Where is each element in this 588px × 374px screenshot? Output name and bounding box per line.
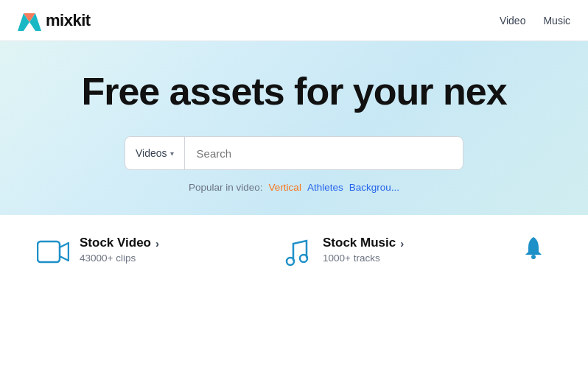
hero-section: Free assets for your nex Videos ▾ Popula… bbox=[0, 41, 588, 215]
content-section: Stock Video › 43000+ clips Stock Music ›… bbox=[0, 215, 588, 289]
header: mixkit Video Music bbox=[0, 0, 588, 41]
search-bar: Videos ▾ bbox=[125, 136, 463, 170]
stock-video-card: Stock Video › 43000+ clips bbox=[37, 236, 280, 268]
stock-video-title[interactable]: Stock Video bbox=[80, 236, 151, 250]
stock-video-count: 43000+ clips bbox=[80, 253, 159, 264]
popular-tag-vertical[interactable]: Vertical bbox=[269, 182, 301, 193]
popular-tag-athletes[interactable]: Athletes bbox=[307, 182, 343, 193]
search-container: Videos ▾ bbox=[18, 136, 570, 170]
stock-music-icon bbox=[280, 236, 312, 268]
svg-point-5 bbox=[300, 255, 307, 262]
bell-icon-area bbox=[523, 236, 551, 264]
hero-title: Free assets for your nex bbox=[18, 71, 570, 113]
logo-text: mixkit bbox=[46, 11, 91, 30]
chevron-down-icon: ▾ bbox=[170, 149, 174, 158]
popular-label: Popular in video: bbox=[189, 182, 263, 193]
svg-rect-3 bbox=[38, 241, 60, 262]
search-input[interactable] bbox=[185, 147, 463, 160]
svg-point-6 bbox=[531, 255, 536, 259]
logo-icon bbox=[18, 10, 41, 31]
svg-point-4 bbox=[287, 258, 294, 265]
stock-music-arrow-icon: › bbox=[400, 237, 404, 250]
logo[interactable]: mixkit bbox=[18, 10, 91, 31]
nav-video[interactable]: Video bbox=[500, 15, 526, 27]
stock-music-info: Stock Music › 1000+ tracks bbox=[323, 236, 404, 264]
stock-music-count: 1000+ tracks bbox=[323, 253, 404, 264]
stock-video-icon bbox=[37, 236, 69, 268]
stock-video-info: Stock Video › 43000+ clips bbox=[80, 236, 159, 264]
stock-music-card: Stock Music › 1000+ tracks bbox=[280, 236, 523, 268]
stock-music-title[interactable]: Stock Music bbox=[323, 236, 396, 250]
nav-music[interactable]: Music bbox=[543, 15, 570, 27]
popular-tags-row: Popular in video: Vertical Athletes Back… bbox=[18, 182, 570, 193]
bell-icon[interactable] bbox=[523, 236, 544, 264]
stock-video-arrow-icon: › bbox=[155, 237, 159, 250]
popular-tag-background[interactable]: Backgrou... bbox=[349, 182, 399, 193]
search-type-dropdown[interactable]: Videos ▾ bbox=[125, 137, 185, 169]
header-nav: Video Music bbox=[500, 15, 570, 27]
stock-music-title-row: Stock Music › bbox=[323, 236, 404, 250]
stock-video-title-row: Stock Video › bbox=[80, 236, 159, 250]
search-type-label: Videos bbox=[136, 147, 167, 159]
